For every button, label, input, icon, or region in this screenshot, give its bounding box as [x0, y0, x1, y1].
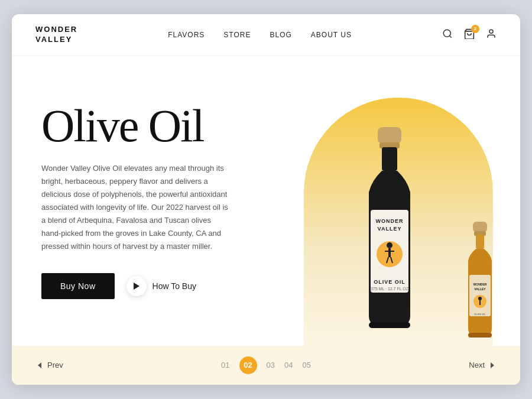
hero-section: Olive Oil Wonder Valley Olive Oil elevat…: [12, 56, 520, 346]
svg-marker-31: [38, 362, 41, 368]
page-03[interactable]: 03: [267, 361, 275, 369]
svg-text:WONDER: WONDER: [375, 218, 403, 224]
svg-rect-28: [479, 300, 481, 305]
nav-blog[interactable]: BLOG: [270, 31, 291, 39]
next-button[interactable]: Next: [469, 361, 497, 369]
nav-store[interactable]: STORE: [223, 31, 251, 39]
page-01[interactable]: 01: [221, 361, 229, 369]
logo: WONDER VALLEY: [35, 25, 77, 45]
buy-now-button[interactable]: Buy Now: [41, 273, 115, 299]
svg-rect-13: [388, 248, 391, 257]
prev-button[interactable]: Prev: [35, 361, 63, 369]
header-icons: 2: [442, 28, 497, 42]
browser-frame: WONDER VALLEY FLAVORS STORE BLOG ABOUT U…: [12, 14, 520, 385]
svg-line-1: [449, 35, 451, 37]
svg-rect-20: [473, 222, 487, 232]
main-nav: FLAVORS STORE BLOG ABOUT US: [168, 31, 352, 39]
main-bottle: WONDER VALLEY OLIVE OIL 375 ML · 12.7 FL…: [345, 127, 434, 346]
how-to-buy-button[interactable]: How To Buy: [126, 276, 196, 296]
svg-marker-4: [134, 283, 140, 290]
svg-text:VALLEY: VALLEY: [377, 226, 401, 232]
svg-rect-30: [468, 333, 492, 338]
user-icon[interactable]: [486, 28, 497, 42]
search-icon[interactable]: [442, 28, 453, 42]
svg-point-0: [443, 30, 450, 37]
svg-text:OLIVE OIL: OLIVE OIL: [374, 279, 406, 285]
svg-marker-32: [491, 362, 494, 368]
small-bottle: WONDER VALLEY OLIVE OIL: [456, 222, 504, 346]
header: WONDER VALLEY FLAVORS STORE BLOG ABOUT U…: [12, 14, 520, 56]
svg-point-12: [387, 242, 392, 248]
svg-point-27: [478, 297, 482, 300]
svg-text:WONDER: WONDER: [473, 283, 487, 286]
hero-image: WONDER VALLEY OLIVE OIL 375 ML · 12.7 FL…: [276, 56, 520, 346]
pagination: 01 02 03 04 05: [221, 356, 311, 374]
svg-rect-22: [476, 235, 484, 249]
svg-rect-7: [382, 147, 397, 171]
cart-icon[interactable]: 2: [463, 28, 475, 42]
cart-badge: 2: [471, 25, 479, 33]
page-05[interactable]: 05: [302, 361, 310, 369]
page-02[interactable]: 02: [239, 356, 257, 374]
svg-text:VALLEY: VALLEY: [474, 287, 486, 291]
page-04[interactable]: 04: [284, 361, 293, 369]
nav-flavors[interactable]: FLAVORS: [168, 31, 205, 39]
hero-actions: Buy Now How To Buy: [41, 273, 252, 299]
svg-rect-19: [369, 322, 410, 328]
nav-about[interactable]: ABOUT US: [311, 31, 352, 39]
svg-point-3: [489, 30, 493, 33]
hero-title: Olive Oil: [41, 103, 252, 149]
svg-rect-5: [378, 127, 401, 144]
svg-text:OLIVE OIL: OLIVE OIL: [474, 313, 486, 316]
hero-description: Wonder Valley Olive Oil elevates any mea…: [41, 162, 231, 254]
bottom-bar: Prev 01 02 03 04 05 Next: [12, 346, 520, 385]
hero-content: Olive Oil Wonder Valley Olive Oil elevat…: [12, 56, 276, 346]
svg-text:375 ML · 12.7 FL OZ: 375 ML · 12.7 FL OZ: [371, 287, 409, 291]
play-icon: [126, 276, 147, 296]
